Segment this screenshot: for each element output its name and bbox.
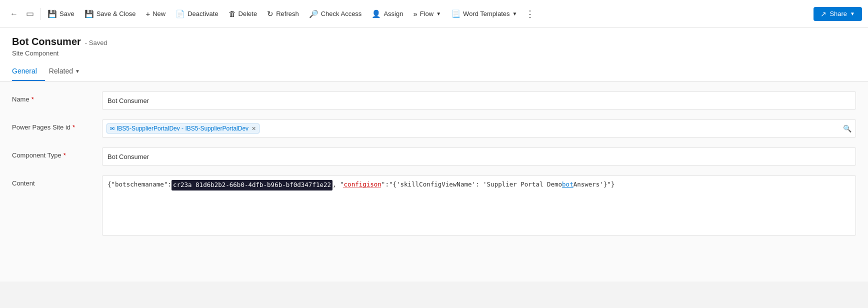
refresh-label: Refresh xyxy=(276,10,299,18)
delete-label: Delete xyxy=(238,10,258,18)
content-between: ":"{'skillConfigViewName': 'Supplier Por… xyxy=(382,180,562,190)
flow-button[interactable]: » Flow ▼ xyxy=(408,6,446,21)
content-highlighted: cr23a 81d6b2b2-66b0-4dfb-b96b-bf0d347f1e… xyxy=(172,180,332,190)
label-site-id: Power Pages Site id * xyxy=(12,120,102,131)
toolbar-divider-1 xyxy=(40,8,40,20)
word-templates-button[interactable]: 📃 Word Templates ▼ xyxy=(446,6,522,22)
input-content[interactable]: {"botschemaname": cr23a 81d6b2b2-66b0-4d… xyxy=(102,176,856,236)
content-link2: bot xyxy=(562,180,574,190)
content-suffix: Answers'}"} xyxy=(574,180,615,190)
save-close-icon: 💾 xyxy=(84,10,94,18)
input-name[interactable]: Bot Consumer xyxy=(102,92,856,110)
lookup-tag[interactable]: ✉ IBS5-SupplierPortalDev - IBS5-Supplier… xyxy=(106,124,260,134)
tabs: General Related ▼ xyxy=(12,63,856,81)
save-icon: 💾 xyxy=(48,10,57,18)
share-button[interactable]: ↗ Share ▼ xyxy=(814,7,862,21)
content-prefix: {"botschemaname": xyxy=(108,180,172,190)
assign-icon: 👤 xyxy=(372,10,381,18)
field-row-name: Name * Bot Consumer xyxy=(12,92,856,112)
new-button[interactable]: + New xyxy=(140,6,170,21)
new-label: New xyxy=(152,10,166,18)
back-icon: ← xyxy=(10,10,18,18)
input-site-id[interactable]: ✉ IBS5-SupplierPortalDev - IBS5-Supplier… xyxy=(102,120,856,138)
flow-label: Flow xyxy=(420,10,434,18)
field-row-component-type: Component Type * Bot Consumer xyxy=(12,148,856,168)
flow-chevron-icon: ▼ xyxy=(436,11,441,16)
page-status: - Saved xyxy=(85,39,108,46)
related-chevron-icon: ▼ xyxy=(75,68,80,74)
more-options-button[interactable]: ⋮ xyxy=(522,6,538,22)
label-content: Content xyxy=(12,176,102,187)
tab-related[interactable]: Related ▼ xyxy=(49,63,84,81)
new-icon: + xyxy=(146,10,150,18)
required-star-component-type: * xyxy=(64,152,66,159)
browser-icon-button[interactable]: ▭ xyxy=(22,6,38,22)
more-options-icon: ⋮ xyxy=(526,8,534,20)
page-header: Bot Consumer - Saved Site Component Gene… xyxy=(0,28,868,82)
flow-icon: » xyxy=(413,10,417,18)
assign-label: Assign xyxy=(384,10,403,18)
deactivate-label: Deactivate xyxy=(188,10,218,18)
save-close-label: Save & Close xyxy=(96,10,136,18)
share-icon: ↗ xyxy=(820,10,826,18)
lookup-tag-label: IBS5-SupplierPortalDev - IBS5-SupplierPo… xyxy=(116,125,248,132)
delete-button[interactable]: 🗑 Delete xyxy=(224,6,262,21)
page-content: Bot Consumer - Saved Site Component Gene… xyxy=(0,28,868,282)
required-star-name: * xyxy=(32,96,34,103)
lookup-search-icon: 🔍 xyxy=(843,124,852,132)
refresh-button[interactable]: ↻ Refresh xyxy=(262,6,304,22)
page-subtitle: Site Component xyxy=(12,50,856,57)
refresh-icon: ↻ xyxy=(267,10,274,18)
deactivate-icon: 📄 xyxy=(176,10,185,18)
word-templates-label: Word Templates xyxy=(463,10,510,18)
word-templates-icon: 📃 xyxy=(451,10,460,18)
field-row-content: Content {"botschemaname": cr23a 81d6b2b2… xyxy=(12,176,856,236)
share-label: Share xyxy=(830,10,847,18)
deactivate-button[interactable]: 📄 Deactivate xyxy=(170,6,223,22)
content-link1: configison xyxy=(344,180,382,190)
check-access-button[interactable]: 🔎 Check Access xyxy=(304,6,367,22)
label-name: Name * xyxy=(12,92,102,103)
form-section: Name * Bot Consumer Power Pages Site id … xyxy=(0,82,868,282)
required-star-site-id: * xyxy=(72,124,75,131)
delete-icon: 🗑 xyxy=(228,10,236,18)
email-icon: ✉ xyxy=(110,126,114,132)
tab-general[interactable]: General xyxy=(12,63,45,81)
content-middle: , " xyxy=(332,180,344,190)
save-close-button[interactable]: 💾 Save & Close xyxy=(80,6,141,22)
title-row: Bot Consumer - Saved xyxy=(12,36,856,48)
share-chevron-icon: ▼ xyxy=(850,11,855,16)
back-button[interactable]: ← xyxy=(6,6,22,22)
field-row-site-id: Power Pages Site id * ✉ IBS5-SupplierPor… xyxy=(12,120,856,140)
save-button[interactable]: 💾 Save xyxy=(42,6,80,22)
word-templates-chevron-icon: ▼ xyxy=(512,11,518,16)
check-access-label: Check Access xyxy=(321,10,362,18)
assign-button[interactable]: 👤 Assign xyxy=(366,6,408,22)
label-component-type: Component Type * xyxy=(12,148,102,159)
save-label: Save xyxy=(60,10,74,18)
page-title: Bot Consumer xyxy=(12,36,81,48)
toolbar: ← ▭ 💾 Save 💾 Save & Close + New 📄 Deacti… xyxy=(0,0,868,28)
input-component-type[interactable]: Bot Consumer xyxy=(102,148,856,166)
tab-icon: ▭ xyxy=(26,8,34,19)
check-access-icon: 🔎 xyxy=(309,10,318,18)
lookup-tag-close-button[interactable]: ✕ xyxy=(252,126,256,132)
